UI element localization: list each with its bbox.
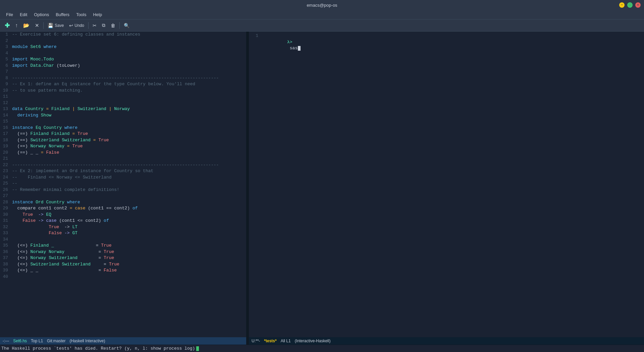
repl-major-mode: (Interactive-Haskell) [295, 339, 331, 343]
copy-button[interactable]: ⧉ [100, 21, 107, 30]
editor-filename: Set6.hs [13, 339, 27, 343]
editor-position: Top L1 [31, 339, 43, 343]
menu-edit[interactable]: Edit [16, 11, 31, 18]
table-row: 5 import Mooc.Todo [0, 56, 246, 63]
table-row: 33 False -> GT [0, 230, 246, 237]
menu-help[interactable]: Help [90, 11, 105, 18]
repl-position: All L1 [281, 339, 291, 343]
table-row: 11 [0, 94, 246, 100]
table-row: 2 [0, 38, 246, 44]
repl-input: sas [287, 46, 298, 51]
close-buffer-button[interactable]: ✕ [33, 21, 41, 30]
paste-button[interactable]: 🗑 [109, 21, 117, 30]
minimize-button[interactable]: − [619, 2, 625, 8]
menu-options[interactable]: Options [31, 11, 52, 18]
table-row: 39 (<=) _ _ = False [0, 267, 246, 274]
table-row: 24 -- Finland <= Norway <= Switzerland [0, 174, 246, 181]
repl-statusbar: U:**- *tests* All L1 (Interactive-Haskel… [249, 337, 644, 345]
table-row: 34 [0, 237, 246, 243]
open-file-button[interactable]: 📂 [21, 21, 32, 30]
table-row: 26 -- Remember minimal complete definiti… [0, 187, 246, 193]
table-row: 27 [0, 193, 246, 199]
repl-prompt: λ> [287, 40, 292, 45]
table-row: 7 [0, 69, 246, 75]
editor-mode: -:--- [3, 339, 9, 343]
table-row: 1 -- Exercise set 6: defining classes an… [0, 32, 246, 38]
code-area[interactable]: 1 -- Exercise set 6: defining classes an… [0, 32, 246, 337]
toolbar-sep-2 [88, 22, 89, 29]
table-row: 28 instance Ord Country where [0, 199, 246, 206]
table-row: 3 module Set6 where [0, 44, 246, 50]
save-button[interactable]: 💾Save [46, 21, 66, 30]
table-row: 10 -- to use pattern matching. [0, 88, 246, 94]
minibuffer: The Haskell process `tests' has died. Re… [0, 345, 644, 352]
table-row: 12 [0, 100, 246, 106]
table-row: 31 False -> case (cont1 <= cont2) of [0, 218, 246, 224]
table-row: 30 True -> EQ [0, 212, 246, 218]
table-row: 21 [0, 156, 246, 162]
editor-branch: Git:master [47, 339, 65, 343]
minibuffer-cursor [196, 346, 199, 351]
menu-buffers[interactable]: Buffers [52, 11, 73, 18]
menubar: File Edit Options Buffers Tools Help [0, 10, 644, 19]
table-row: 13 data Country = Finland | Switzerland … [0, 106, 246, 112]
table-row: 23 -- Ex 2: implement an Ord instance fo… [0, 168, 246, 174]
table-row: 25 -- [0, 181, 246, 187]
table-row: 8 --------------------------------------… [0, 75, 246, 82]
menu-file[interactable]: File [3, 11, 16, 18]
table-row: 36 (<=) Norway Norway = True [0, 249, 246, 255]
repl-pane: 1 λ> sas U:**- *tests* All L1 (Interacti… [249, 32, 644, 345]
table-row: 14 deriving Show [0, 112, 246, 119]
toolbar-sep-1 [43, 22, 44, 29]
repl-buffer-name: *tests* [264, 339, 276, 343]
repl-line: 1 λ> sas [249, 33, 644, 58]
undo-button[interactable]: ↩Undo [67, 21, 86, 30]
toolbar-sep-3 [119, 22, 120, 29]
table-row: 35 (<=) Finland _ = True [0, 243, 246, 249]
code-lines: 1 -- Exercise set 6: defining classes an… [0, 32, 246, 280]
table-row: 15 [0, 118, 246, 125]
repl-cursor [298, 46, 301, 51]
table-row: 40 [0, 274, 246, 280]
main-area: 1 -- Exercise set 6: defining classes an… [0, 32, 644, 345]
table-row: 18 (==) Switzerland Switzerland = True [0, 137, 246, 144]
toolbar: ✚ ↑ 📂 ✕ 💾Save ↩Undo ✂ ⧉ 🗑 🔍 [0, 19, 644, 32]
maximize-button[interactable]: □ [627, 2, 633, 8]
editor-major-mode: (Haskell Interactive) [69, 339, 105, 343]
table-row: 4 [0, 50, 246, 57]
titlebar: emacs@pop-os − □ × [0, 0, 644, 10]
titlebar-controls: − □ × [619, 2, 641, 8]
table-row: 16 instance Eq Country where [0, 125, 246, 131]
close-button[interactable]: × [635, 2, 641, 8]
repl-area[interactable]: 1 λ> sas [249, 32, 644, 337]
table-row: 17 (==) Finland Finland = True [0, 131, 246, 137]
repl-mode: U:**- [252, 339, 260, 343]
table-row: 6 import Data.Char (toLower) [0, 63, 246, 69]
search-button[interactable]: 🔍 [122, 21, 131, 30]
minibuffer-text: The Haskell process `tests' has died. Re… [1, 346, 195, 351]
open-recent-button[interactable]: ↑ [13, 21, 20, 30]
table-row: 38 (<=) Switzerland Switzerland = True [0, 261, 246, 268]
editor-pane: 1 -- Exercise set 6: defining classes an… [0, 32, 248, 345]
table-row: 22 -------------------------------------… [0, 162, 246, 168]
new-file-button[interactable]: ✚ [3, 20, 12, 31]
table-row: 20 (==) _ _ = False [0, 150, 246, 156]
menu-tools[interactable]: Tools [73, 11, 90, 18]
cut-button[interactable]: ✂ [91, 21, 99, 30]
table-row: 37 (<=) Norway Switzerland = True [0, 255, 246, 261]
table-row: 19 (==) Norway Norway = True [0, 143, 246, 150]
editor-statusbar: -:--- Set6.hs Top L1 Git:master (Haskell… [0, 337, 246, 345]
table-row: 32 True -> LT [0, 224, 246, 231]
table-row: 29 compare cont1 cont2 = case (cont1 == … [0, 205, 246, 212]
titlebar-title: emacs@pop-os [307, 3, 337, 8]
table-row: 9 -- Ex 1: define an Eq instance for the… [0, 81, 246, 88]
